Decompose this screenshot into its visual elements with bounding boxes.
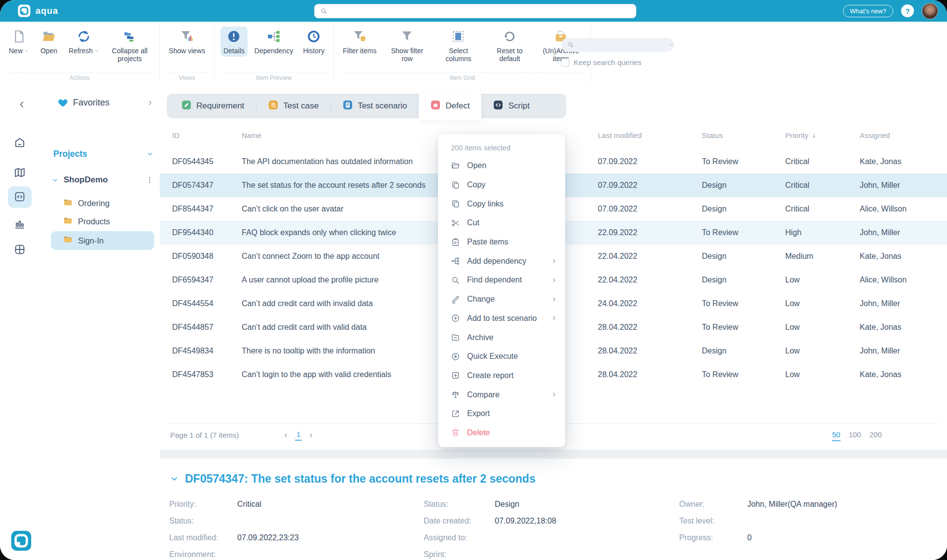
menu-item-compare[interactable]: Compare <box>438 385 565 404</box>
keep-search-queries-option[interactable]: Keep search queries <box>561 58 690 67</box>
m-play-icon <box>451 352 460 361</box>
kebab-menu-icon[interactable] <box>146 176 154 184</box>
cell-priority: Low <box>785 323 860 332</box>
m-copy-icon <box>451 199 460 209</box>
ribbon-button-filter-items[interactable]: Filter items <box>340 27 379 57</box>
ribbon-button-new[interactable]: New <box>6 27 32 57</box>
ribbon-button-dependency[interactable]: Dependency <box>252 27 296 57</box>
sidebar-item-reports[interactable] <box>8 213 32 235</box>
detail-header[interactable]: DF0574347: The set status for the accoun… <box>170 472 536 486</box>
dependency-icon <box>266 29 281 44</box>
page-size-50[interactable]: 50 <box>832 430 840 441</box>
chevron-down-icon[interactable] <box>51 176 59 184</box>
field-label: Status: <box>424 500 495 512</box>
cell-modified: 28.04.2022 <box>598 323 702 332</box>
ribbon-button-label: Select columns <box>437 47 479 63</box>
ribbon-group-label-actions: Actions <box>6 72 153 84</box>
tree-project-shopdemo[interactable]: ShopDemo <box>51 173 154 187</box>
menu-item-cut[interactable]: Cut <box>438 213 565 233</box>
column-header-last-modified[interactable]: Last modified <box>598 131 702 140</box>
tab-test-case[interactable]: Test case <box>256 94 330 118</box>
collapse-sidebar-button[interactable] <box>10 97 34 113</box>
projects-header[interactable]: Projects <box>53 147 154 161</box>
favorites-row[interactable]: Favorites <box>57 95 154 110</box>
brand[interactable]: aqua <box>18 4 58 17</box>
prev-page-button[interactable] <box>283 432 289 439</box>
tree-folder-products[interactable]: Products <box>37 212 160 231</box>
tab-defect[interactable]: Defect <box>419 92 481 120</box>
global-search-input[interactable] <box>328 4 636 18</box>
next-page-button[interactable] <box>308 432 314 439</box>
column-label: Assigned <box>860 131 890 140</box>
sidebar-item-items[interactable] <box>8 186 32 208</box>
ribbon-button-collapse-all-projects[interactable]: Collapse all projects <box>106 27 153 65</box>
sidebar-item-dashboards[interactable] <box>8 239 32 261</box>
cell-priority: Low <box>785 370 860 379</box>
menu-item-archive[interactable]: Archive <box>438 328 565 347</box>
menu-item-paste-items[interactable]: Paste items <box>438 233 565 252</box>
ribbon-button-select-columns[interactable]: Select columns <box>435 27 482 65</box>
ribbon-button-open[interactable]: Open <box>36 27 62 57</box>
ribbon-button-details[interactable]: Details <box>220 27 248 57</box>
ribbon-button-refresh[interactable]: Refresh <box>66 27 102 57</box>
current-page[interactable]: 1 <box>295 430 302 441</box>
menu-item-create-report[interactable]: Create report <box>438 366 565 385</box>
menu-item-copy-links[interactable]: Copy links <box>438 194 565 213</box>
detail-field-progress: Progress:0 <box>679 533 837 545</box>
tab-script[interactable]: Script <box>481 94 541 118</box>
ribbon-button-show-views[interactable]: Show views <box>166 27 208 57</box>
chevron-down-icon[interactable] <box>170 474 179 484</box>
menu-item-export[interactable]: Export <box>438 404 565 423</box>
sidebar-item-map[interactable] <box>8 162 32 184</box>
tab-requirement[interactable]: Requirement <box>170 94 256 118</box>
menu-item-label: Add dependency <box>467 257 526 266</box>
detail-field-last-modified: Last modified:07.09.2022,23:23 <box>169 533 299 545</box>
menu-item-quick-execute[interactable]: Quick Execute <box>438 347 565 366</box>
tab-requirement-icon <box>182 100 191 112</box>
ribbon-group-items: NewOpenRefreshCollapse all projects <box>6 27 153 70</box>
chevron-down-icon[interactable] <box>669 42 675 48</box>
m-export-icon <box>451 409 460 419</box>
cell-assigned: John, Miller <box>860 228 947 237</box>
tab-label: Script <box>508 101 529 111</box>
ribbon-button-history[interactable]: History <box>300 27 328 57</box>
whats-new-button[interactable]: What's new? <box>843 5 893 17</box>
ribbon-button-label: New <box>9 47 29 55</box>
chevron-right-icon[interactable] <box>146 99 154 106</box>
section-divider <box>160 450 947 458</box>
menu-item-delete[interactable]: Delete <box>438 423 565 443</box>
grid-search-input[interactable] <box>574 41 669 49</box>
cell-status: To Review <box>702 157 785 166</box>
cell-priority: Low <box>785 347 860 355</box>
tree-folder-ordering[interactable]: Ordering <box>37 194 160 212</box>
chevron-right-icon <box>551 296 557 303</box>
column-header-priority[interactable]: Priority <box>785 131 860 140</box>
menu-item-change[interactable]: Change <box>438 290 565 309</box>
menu-item-add-to-test-scenario[interactable]: Add to test scenario <box>438 309 565 328</box>
column-header-assigned[interactable]: Assigned <box>860 131 947 140</box>
ribbon-button-label: History <box>303 47 325 55</box>
menu-item-copy[interactable]: Copy <box>438 175 565 195</box>
global-search[interactable] <box>314 4 636 18</box>
page-size-100[interactable]: 100 <box>849 430 861 441</box>
ribbon-group-label-item-preview: Item Preview <box>220 72 328 84</box>
menu-item-find-dependent[interactable]: Find dependent <box>438 271 565 290</box>
tab-test-scenario[interactable]: Test scenario <box>331 94 419 118</box>
menu-item-add-dependency[interactable]: Add dependency <box>438 251 565 271</box>
help-button[interactable]: ? <box>901 4 914 17</box>
cell-modified: 24.04.2022 <box>598 299 702 308</box>
field-label: Priority: <box>169 500 237 512</box>
menu-item-label: Paste items <box>467 238 509 246</box>
chevron-down-icon[interactable] <box>146 150 154 158</box>
keep-search-checkbox[interactable] <box>561 59 569 67</box>
ribbon-button-reset-to-default[interactable]: Reset to default <box>486 27 533 65</box>
avatar[interactable] <box>922 3 938 19</box>
grid-search[interactable] <box>561 38 674 52</box>
ribbon-button-show-filter-row[interactable]: Show filter row <box>383 27 431 65</box>
column-header-status[interactable]: Status <box>702 131 785 140</box>
column-header-id[interactable]: ID <box>172 131 242 140</box>
sidebar-item-home[interactable] <box>8 132 32 154</box>
tree-folder-sign-in[interactable]: Sign-In <box>51 231 154 250</box>
page-size-200[interactable]: 200 <box>870 430 882 441</box>
menu-item-open[interactable]: Open <box>438 156 565 175</box>
